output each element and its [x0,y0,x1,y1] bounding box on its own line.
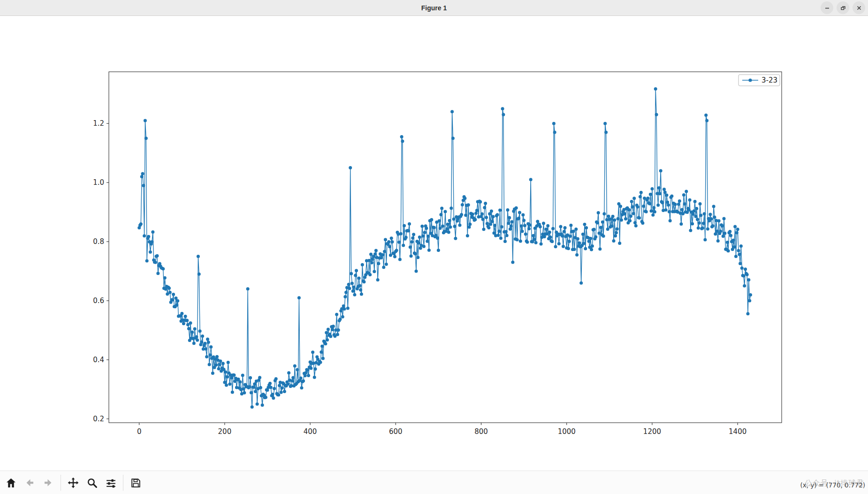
sliders-icon [105,477,117,489]
close-button[interactable] [853,1,865,14]
y-tick-label: 1.0 [93,178,104,187]
minimize-button[interactable] [821,1,833,14]
plot-area[interactable]: 02004006008001000120014000.20.40.60.81.0… [0,16,868,471]
back-arrow-icon [24,477,35,488]
x-tick-label: 1000 [558,427,576,436]
window-controls [821,1,865,14]
window-title: Figure 1 [421,4,447,12]
minimize-icon [823,4,831,12]
y-tick-label: 1.2 [93,119,104,128]
zoom-rect-icon [86,477,98,489]
y-tick-label: 0.4 [93,356,104,364]
toolbar-separator [61,475,61,491]
x-tick-label: 600 [389,427,403,436]
titlebar: Figure 1 [0,0,868,16]
home-icon [5,477,17,489]
axis-ticks: 02004006008001000120014000.20.40.60.81.0… [93,119,746,436]
series-markers [139,89,751,407]
home-button[interactable] [2,474,20,492]
x-tick-label: 400 [304,427,317,436]
x-tick-label: 200 [218,427,232,436]
subplots-button[interactable] [102,474,120,492]
legend-marker-sample [748,78,752,82]
legend[interactable]: 3-23 [739,75,780,86]
toolbar-separator [123,475,123,491]
statusbar: 公众号: it排球君 (x, y) = (770, 0.772) [725,477,866,493]
figure-canvas[interactable]: 02004006008001000120014000.20.40.60.81.0… [0,16,868,471]
y-tick-label: 0.8 [93,237,104,246]
y-tick-label: 0.2 [93,415,104,423]
axes-spines [109,72,782,423]
back-button[interactable] [21,474,38,492]
x-tick-label: 0 [137,427,142,436]
save-button[interactable] [127,474,145,492]
close-icon [855,4,863,12]
series-line [139,89,751,407]
pan-icon [67,477,79,489]
forward-button[interactable] [39,474,57,492]
maximize-button[interactable] [837,1,849,14]
forward-arrow-icon [43,477,54,488]
y-tick-label: 0.6 [93,296,104,305]
pan-button[interactable] [64,474,82,492]
x-tick-label: 800 [474,427,488,436]
restore-icon [839,4,847,12]
save-icon [130,477,142,489]
cursor-coordinates: (x, y) = (770, 0.772) [800,481,865,489]
x-tick-label: 1200 [643,427,661,436]
legend-label: 3-23 [761,76,777,84]
zoom-button[interactable] [83,474,101,492]
x-tick-label: 1400 [729,427,746,436]
